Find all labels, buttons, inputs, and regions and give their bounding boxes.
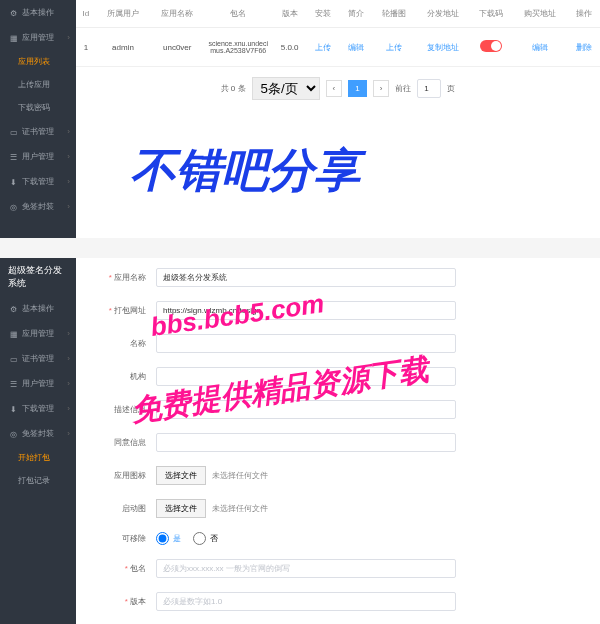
th-dist: 分发地址 xyxy=(416,0,470,28)
delete-link[interactable]: 删除 xyxy=(576,43,592,52)
download-icon: ⬇ xyxy=(10,405,18,413)
radio-no-label: 否 xyxy=(210,533,218,544)
label-pkg: 包名 xyxy=(96,563,156,574)
cell-id: 1 xyxy=(76,28,96,67)
nav2-pack-log[interactable]: 打包记录 xyxy=(0,469,76,492)
sidebar-top: ⚙基本操作 ▦应用管理 应用列表 上传应用 下载密码 ▭证书管理 ☰用户管理 ⬇… xyxy=(0,0,76,238)
package-icon: ◎ xyxy=(10,430,18,438)
label-splash: 启动图 xyxy=(96,503,156,514)
app-table: Id 所属用户 应用名称 包名 版本 安装 简介 轮播图 分发地址 下载码 购买… xyxy=(76,0,600,67)
nav2-user[interactable]: ☰用户管理 xyxy=(0,371,76,396)
nav-app-list[interactable]: 应用列表 xyxy=(0,50,76,73)
cert-icon: ▭ xyxy=(10,128,18,136)
icon-file-text: 未选择任何文件 xyxy=(212,470,268,481)
label-desc: 描述信息 xyxy=(96,404,156,415)
th-op: 操作 xyxy=(567,0,600,28)
pack-form: 应用名称 打包网址 名称 机构 描述信息 同意信息 应用图标选择文件未选择任何文… xyxy=(76,258,600,624)
jump-suffix: 页 xyxy=(447,83,455,94)
cell-user: admin xyxy=(96,28,150,67)
label-org: 机构 xyxy=(96,371,156,382)
th-buy: 购买地址 xyxy=(513,0,567,28)
label-icon: 应用图标 xyxy=(96,470,156,481)
download-icon: ⬇ xyxy=(10,178,18,186)
input-appname[interactable] xyxy=(156,268,456,287)
th-carousel: 轮播图 xyxy=(372,0,415,28)
page-1[interactable]: 1 xyxy=(348,80,366,97)
th-pkg: 包名 xyxy=(204,0,272,28)
btn-choose-icon[interactable]: 选择文件 xyxy=(156,466,206,485)
th-id: Id xyxy=(76,0,96,28)
input-consent[interactable] xyxy=(156,433,456,452)
nav-download-pwd[interactable]: 下载密码 xyxy=(0,96,76,119)
cell-ver: 5.0.0 xyxy=(272,28,307,67)
label-removable: 可移除 xyxy=(96,533,156,544)
nav2-basic[interactable]: ⚙基本操作 xyxy=(0,296,76,321)
page-size-select[interactable]: 5条/页 xyxy=(252,77,320,100)
input-pkg[interactable] xyxy=(156,559,456,578)
nav2-start-pack[interactable]: 开始打包 xyxy=(0,446,76,469)
content-top: Id 所属用户 应用名称 包名 版本 安装 简介 轮播图 分发地址 下载码 购买… xyxy=(76,0,600,238)
app-icon: ▦ xyxy=(10,34,18,42)
input-name[interactable] xyxy=(156,334,456,353)
nav2-app[interactable]: ▦应用管理 xyxy=(0,321,76,346)
system-title: 超级签名分发系统 xyxy=(0,258,76,296)
label-appname: 应用名称 xyxy=(96,272,156,283)
th-user: 所属用户 xyxy=(96,0,150,28)
nav2-cert[interactable]: ▭证书管理 xyxy=(0,346,76,371)
dist-link[interactable]: 复制地址 xyxy=(427,43,459,52)
user-icon: ☰ xyxy=(10,153,18,161)
splash-file-text: 未选择任何文件 xyxy=(212,503,268,514)
pagination: 共 0 条 5条/页 ‹ 1 › 前往 页 xyxy=(76,67,600,110)
input-org[interactable] xyxy=(156,367,456,386)
package-icon: ◎ xyxy=(10,203,18,211)
nav-app-upload[interactable]: 上传应用 xyxy=(0,73,76,96)
page-prev[interactable]: ‹ xyxy=(326,80,343,97)
install-link[interactable]: 上传 xyxy=(315,43,331,52)
page-jump-input[interactable] xyxy=(417,79,441,98)
carousel-link[interactable]: 上传 xyxy=(386,43,402,52)
input-desc[interactable] xyxy=(156,400,456,419)
nav-cert-mgmt[interactable]: ▭证书管理 xyxy=(0,119,76,144)
nav2-nosign[interactable]: ◎免签封装 xyxy=(0,421,76,446)
th-dlcode: 下载码 xyxy=(470,0,513,28)
th-ver: 版本 xyxy=(272,0,307,28)
radio-no[interactable] xyxy=(193,532,206,545)
label-packurl: 打包网址 xyxy=(96,305,156,316)
nav-download-mgmt[interactable]: ⬇下载管理 xyxy=(0,169,76,194)
cell-pkg: science.xnu.undecimus.A2538V7F66 xyxy=(204,28,272,67)
intro-link[interactable]: 编辑 xyxy=(348,43,364,52)
gear-icon: ⚙ xyxy=(10,9,18,17)
label-consent: 同意信息 xyxy=(96,437,156,448)
nav-nosign[interactable]: ◎免签封装 xyxy=(0,194,76,219)
th-install: 安装 xyxy=(307,0,340,28)
label-name: 名称 xyxy=(96,338,156,349)
nav-user-mgmt[interactable]: ☰用户管理 xyxy=(0,144,76,169)
app-icon: ▦ xyxy=(10,330,18,338)
radio-yes[interactable] xyxy=(156,532,169,545)
radio-yes-label: 是 xyxy=(173,533,181,544)
input-ver[interactable] xyxy=(156,592,456,611)
gear-icon: ⚙ xyxy=(10,305,18,313)
dlcode-toggle[interactable] xyxy=(480,40,502,52)
sidebar-bottom: 超级签名分发系统 ⚙基本操作 ▦应用管理 ▭证书管理 ☰用户管理 ⬇下载管理 ◎… xyxy=(0,258,76,624)
input-packurl[interactable] xyxy=(156,301,456,320)
table-row: 1 admin unc0ver science.xnu.undecimus.A2… xyxy=(76,28,600,67)
th-name: 应用名称 xyxy=(150,0,204,28)
btn-choose-splash[interactable]: 选择文件 xyxy=(156,499,206,518)
nav-app-mgmt[interactable]: ▦应用管理 xyxy=(0,25,76,50)
buy-link[interactable]: 编辑 xyxy=(532,43,548,52)
user-icon: ☰ xyxy=(10,380,18,388)
cert-icon: ▭ xyxy=(10,355,18,363)
label-ver: 版本 xyxy=(96,596,156,607)
cell-name: unc0ver xyxy=(150,28,204,67)
nav-basic[interactable]: ⚙基本操作 xyxy=(0,0,76,25)
page-next[interactable]: › xyxy=(373,80,390,97)
th-intro: 简介 xyxy=(340,0,373,28)
nav2-download[interactable]: ⬇下载管理 xyxy=(0,396,76,421)
page-total: 共 0 条 xyxy=(221,83,246,94)
jump-prefix: 前往 xyxy=(395,83,411,94)
